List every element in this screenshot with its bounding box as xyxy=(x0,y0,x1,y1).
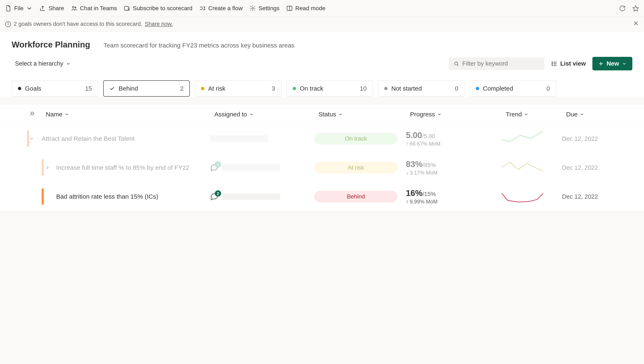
refresh-button[interactable] xyxy=(619,5,626,12)
table-row[interactable]: Bad attrition rate less than 15% (ICs)2B… xyxy=(0,182,644,211)
filter-label: Not started xyxy=(391,85,422,92)
status-pill[interactable]: Behind xyxy=(314,191,398,202)
close-icon xyxy=(633,20,639,27)
favorite-button[interactable] xyxy=(632,5,639,12)
status-cell: At risk xyxy=(314,162,406,173)
filter-label: Completed xyxy=(483,85,513,92)
table-row[interactable]: Attract and Retain the Best TalentOn tra… xyxy=(0,124,644,153)
svg-point-9 xyxy=(8,23,8,23)
subscribe-label: Subscribe to scorecard xyxy=(133,5,192,12)
status-pill[interactable]: At risk xyxy=(314,162,398,173)
chevron-down-icon xyxy=(64,112,69,117)
due-date: Dec 12, 2022 xyxy=(562,193,608,200)
filter-card-at-risk[interactable]: At risk3 xyxy=(195,80,282,97)
svg-line-13 xyxy=(457,65,458,66)
filter-label: On track xyxy=(300,85,323,92)
filter-card-not-started[interactable]: Not started0 xyxy=(378,80,464,97)
header-area: Workforce Planning Team scorecard for tr… xyxy=(0,32,644,97)
settings-button[interactable]: Settings xyxy=(249,5,280,12)
column-assigned[interactable]: Assigned to xyxy=(214,111,318,118)
hierarchy-label: Select a hierarchy xyxy=(15,60,63,67)
chevron-down-icon xyxy=(338,112,343,117)
chat-teams-button[interactable]: Chat in Teams xyxy=(71,5,117,12)
svg-point-12 xyxy=(454,62,458,65)
trend-cell xyxy=(502,189,562,204)
row-stripe xyxy=(27,131,29,147)
filter-count: 3 xyxy=(272,85,275,92)
column-name[interactable]: Name xyxy=(46,111,214,118)
share-button[interactable]: Share xyxy=(39,5,64,12)
file-icon xyxy=(5,5,12,12)
search-input-wrap[interactable] xyxy=(449,57,544,70)
create-flow-button[interactable]: Create a flow xyxy=(199,5,243,12)
new-label: New xyxy=(606,60,619,67)
sparkline xyxy=(502,131,543,146)
filter-label: Goals xyxy=(25,85,41,92)
column-progress[interactable]: Progress xyxy=(410,111,506,118)
list-view-button[interactable]: List view xyxy=(551,60,586,67)
read-mode-label: Read mode xyxy=(295,5,326,12)
row-stripe xyxy=(42,188,44,205)
refresh-icon xyxy=(619,5,626,12)
due-date: Dec 12, 2022 xyxy=(562,135,608,142)
share-now-link[interactable]: Share now. xyxy=(145,21,173,27)
comment-button[interactable]: 2 xyxy=(210,192,220,201)
table-row[interactable]: Increase full time staff % to 85% by end… xyxy=(0,153,644,182)
expand-toggle[interactable] xyxy=(44,165,56,171)
chevron-down-icon xyxy=(249,112,254,117)
expand-toggle[interactable] xyxy=(29,136,42,142)
column-trend[interactable]: Trend xyxy=(506,111,566,118)
read-mode-icon xyxy=(286,5,293,12)
column-assigned-label: Assigned to xyxy=(214,111,247,118)
new-button[interactable]: New xyxy=(592,57,632,70)
page-title: Workforce Planning xyxy=(12,40,90,49)
notification-text: 2 goals owners don't have access to this… xyxy=(14,21,142,27)
filter-count: 15 xyxy=(85,85,92,92)
assigned-placeholder xyxy=(222,164,280,171)
progress-mom: 66.67% MoM xyxy=(406,141,502,147)
star-icon xyxy=(632,5,639,12)
column-due[interactable]: Due xyxy=(566,111,612,118)
assigned-cell: 1 xyxy=(210,163,314,172)
flow-icon xyxy=(199,5,206,12)
gear-icon xyxy=(249,5,256,12)
status-pill[interactable]: On track xyxy=(314,133,398,145)
due-date: Dec 12, 2022 xyxy=(562,164,608,171)
teams-icon xyxy=(71,5,78,12)
subscribe-button[interactable]: Subscribe to scorecard xyxy=(124,5,192,12)
table-header: Name Assigned to Status Progress Trend D… xyxy=(0,104,644,124)
file-menu[interactable]: File xyxy=(5,5,33,12)
page-subtitle: Team scorecard for tracking FY23 metrics… xyxy=(104,42,294,49)
svg-marker-6 xyxy=(633,6,638,11)
close-notification-button[interactable] xyxy=(633,20,639,28)
filter-card-behind[interactable]: Behind2 xyxy=(103,80,190,97)
chevron-down-icon xyxy=(66,61,71,66)
assigned-cell xyxy=(210,135,314,142)
trend-cell xyxy=(502,160,562,175)
filter-card-completed[interactable]: Completed0 xyxy=(470,80,556,97)
assigned-placeholder xyxy=(222,193,280,200)
read-mode-button[interactable]: Read mode xyxy=(286,5,326,12)
filter-card-goals[interactable]: Goals15 xyxy=(12,80,98,97)
column-status[interactable]: Status xyxy=(318,111,410,118)
assigned-placeholder xyxy=(210,135,268,142)
status-filter-cards: Goals15Behind2At risk3On track10Not star… xyxy=(12,80,632,97)
share-icon xyxy=(39,5,46,12)
flow-label: Create a flow xyxy=(208,5,243,12)
list-view-label: List view xyxy=(560,60,586,67)
status-dot xyxy=(384,87,388,90)
progress-value: 5.00 xyxy=(406,131,422,140)
search-input[interactable] xyxy=(462,60,540,67)
hierarchy-dropdown[interactable]: Select a hierarchy xyxy=(12,58,74,70)
filter-card-on-track[interactable]: On track10 xyxy=(286,80,373,97)
progress-target: /15% xyxy=(422,191,436,197)
comment-button[interactable]: 1 xyxy=(210,163,220,172)
chevron-down-icon xyxy=(580,112,584,117)
expand-all-button[interactable] xyxy=(29,111,46,118)
progress-target: /85% xyxy=(422,162,436,168)
chevron-down-icon xyxy=(26,5,33,12)
goal-name: Increase full time staff % to 85% by end… xyxy=(56,164,210,171)
share-label: Share xyxy=(48,5,64,12)
svg-point-0 xyxy=(72,6,74,8)
status-dot xyxy=(18,87,21,90)
